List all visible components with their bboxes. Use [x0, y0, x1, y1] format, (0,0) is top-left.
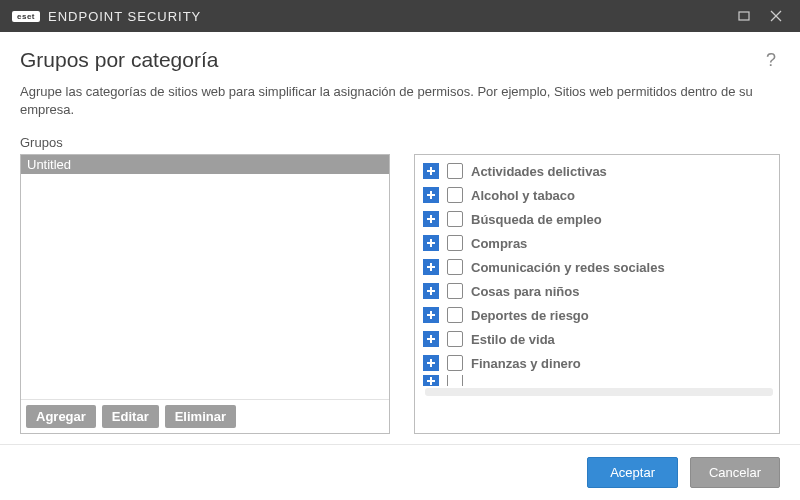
category-label: Cosas para niños [471, 284, 579, 299]
group-item[interactable]: Untitled [21, 155, 389, 174]
expand-icon[interactable] [423, 375, 439, 386]
close-button[interactable] [760, 0, 792, 32]
category-checkbox[interactable] [447, 163, 463, 179]
page-description: Agrupe las categorías de sitios web para… [20, 83, 780, 119]
category-row: Actividades delictivas [419, 159, 779, 183]
category-checkbox[interactable] [447, 375, 463, 386]
content-area: Grupos por categoría ? Agrupe las catego… [0, 32, 800, 444]
category-checkbox[interactable] [447, 331, 463, 347]
dialog-footer: Aceptar Cancelar [0, 444, 800, 500]
expand-icon[interactable] [423, 355, 439, 371]
category-row: Alcohol y tabaco [419, 183, 779, 207]
delete-group-button[interactable]: Eliminar [165, 405, 236, 428]
category-checkbox[interactable] [447, 283, 463, 299]
categories-list[interactable]: Actividades delictivasAlcohol y tabacoBú… [415, 155, 779, 433]
expand-icon[interactable] [423, 331, 439, 347]
groups-toolbar: Agregar Editar Eliminar [21, 399, 389, 433]
expand-icon[interactable] [423, 187, 439, 203]
category-row [419, 375, 779, 386]
expand-icon[interactable] [423, 259, 439, 275]
category-row: Comunicación y redes sociales [419, 255, 779, 279]
expand-icon[interactable] [423, 283, 439, 299]
category-row: Compras [419, 231, 779, 255]
ok-button[interactable]: Aceptar [587, 457, 678, 488]
category-row: Deportes de riesgo [419, 303, 779, 327]
category-label: Alcohol y tabaco [471, 188, 575, 203]
category-label: Actividades delictivas [471, 164, 607, 179]
horizontal-scrollbar[interactable] [425, 388, 773, 396]
expand-icon[interactable] [423, 235, 439, 251]
expand-icon[interactable] [423, 307, 439, 323]
category-row: Finanzas y dinero [419, 351, 779, 375]
groups-panel: Grupos Untitled Agregar Editar Eliminar [20, 135, 390, 434]
help-icon[interactable]: ? [762, 48, 780, 73]
minimize-button[interactable] [728, 0, 760, 32]
category-checkbox[interactable] [447, 307, 463, 323]
categories-panel: Actividades delictivasAlcohol y tabacoBú… [414, 135, 780, 434]
groups-list[interactable]: Untitled [21, 155, 389, 399]
category-row: Búsqueda de empleo [419, 207, 779, 231]
cancel-button[interactable]: Cancelar [690, 457, 780, 488]
category-row: Estilo de vida [419, 327, 779, 351]
category-label: Finanzas y dinero [471, 356, 581, 371]
category-label: Deportes de riesgo [471, 308, 589, 323]
expand-icon[interactable] [423, 211, 439, 227]
category-checkbox[interactable] [447, 259, 463, 275]
category-label: Comunicación y redes sociales [471, 260, 665, 275]
app-title: ENDPOINT SECURITY [48, 9, 201, 24]
groups-label: Grupos [20, 135, 390, 150]
category-checkbox[interactable] [447, 355, 463, 371]
expand-icon[interactable] [423, 163, 439, 179]
category-checkbox[interactable] [447, 187, 463, 203]
category-checkbox[interactable] [447, 211, 463, 227]
category-row: Cosas para niños [419, 279, 779, 303]
category-label: Estilo de vida [471, 332, 555, 347]
category-checkbox[interactable] [447, 235, 463, 251]
page-title: Grupos por categoría [20, 48, 218, 72]
brand-badge: eset [12, 11, 40, 22]
categories-label [414, 135, 780, 150]
titlebar: eset ENDPOINT SECURITY [0, 0, 800, 32]
add-group-button[interactable]: Agregar [26, 405, 96, 428]
category-label: Compras [471, 236, 527, 251]
edit-group-button[interactable]: Editar [102, 405, 159, 428]
category-label: Búsqueda de empleo [471, 212, 602, 227]
svg-rect-0 [739, 12, 749, 20]
